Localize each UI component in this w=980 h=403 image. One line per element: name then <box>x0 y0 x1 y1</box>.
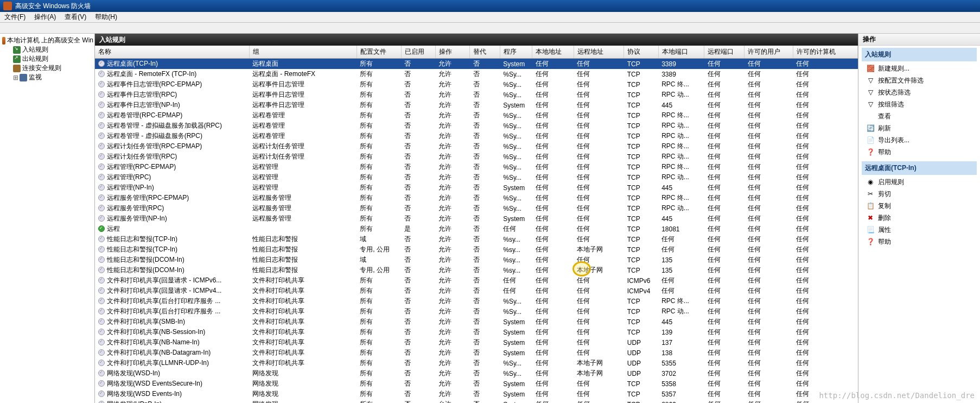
cell-enabled: 否 <box>401 389 435 399</box>
table-row[interactable]: 性能日志和警报(DCOM-In)性能日志和警报专用, 公用否允许否%sy...任… <box>95 265 858 275</box>
table-row[interactable]: 性能日志和警报(DCOM-In)性能日志和警报域否允许否%sy...任何任何TC… <box>95 255 858 265</box>
table-row[interactable]: 文件和打印机共享(NB-Datagram-In)文件和打印机共享所有否允许否Sy… <box>95 348 858 358</box>
col-name[interactable]: 名称 <box>95 46 249 59</box>
col-laddr[interactable]: 本地地址 <box>532 46 574 59</box>
cell-proto: ICMPv4 <box>624 286 658 296</box>
action-cut[interactable]: ✂剪切 <box>862 188 977 200</box>
table-row[interactable]: 远程事件日志管理(RPC)远程事件日志管理所有否允许否%Sy...任何任何TCP… <box>95 90 858 100</box>
table-row[interactable]: 文件和打印机共享(回显请求 - ICMPv6...文件和打印机共享所有否允许否任… <box>95 275 858 286</box>
col-lport[interactable]: 本地端口 <box>658 46 704 59</box>
cell-profile: 所有 <box>357 193 401 203</box>
action-copy[interactable]: 📋复制 <box>862 200 977 212</box>
col-enabled[interactable]: 已启用 <box>401 46 435 59</box>
cell-raddr: 任何 <box>574 79 623 90</box>
col-group[interactable]: 组 <box>249 46 357 59</box>
table-row[interactable]: 性能日志和警报(TCP-In)性能日志和警报专用, 公用否允许否%sy...任何… <box>95 244 858 255</box>
cell-raddr: 任何 <box>574 337 623 348</box>
refresh-icon: 🔄 <box>866 124 875 133</box>
table-row[interactable]: 远程事件日志管理(RPC-EPMAP)远程事件日志管理所有否允许否%Sy...任… <box>95 79 858 90</box>
table-row[interactable]: 远程卷管理(RPC-EPMAP)远程卷管理所有否允许否%Sy...任何任何TCP… <box>95 110 858 121</box>
table-row[interactable]: 网络发现(WSD EventsSecure-In)网络发现所有否允许否Syste… <box>95 379 858 389</box>
rule-status-icon <box>98 225 105 232</box>
col-comp[interactable]: 许可的计算机 <box>793 46 857 59</box>
action-refresh[interactable]: 🔄刷新 <box>862 122 977 134</box>
table-row[interactable]: 网络发现(WSD-In)网络发现所有否允许否%Sy...任何本地子网UDP370… <box>95 368 858 379</box>
table-row[interactable]: 远程管理(RPC)远程管理所有否允许否%Sy...任何任何TCPRPC 动...… <box>95 172 858 182</box>
table-row[interactable]: 文件和打印机共享(SMB-In)文件和打印机共享所有否允许否System任何任何… <box>95 317 858 327</box>
cell-proto: TCP <box>624 100 658 110</box>
action-delete[interactable]: ✖删除 <box>862 212 977 224</box>
nav-root[interactable]: 本地计算机 上的高级安全 Win <box>1 36 93 45</box>
table-row[interactable]: 网络发现(WSD Events-In)网络发现所有否允许否System任何任何T… <box>95 389 858 399</box>
nav-security-label: 连接安全规则 <box>22 64 61 73</box>
cell-proto: TCP <box>624 172 658 182</box>
table-row[interactable]: 远程卷管理 - 虚拟磁盘服务(RPC)远程卷管理所有否允许否%Sy...任何任何… <box>95 131 858 141</box>
table-row[interactable]: 网络发现(UPnP-In)网络发现所有否允许否System任何任何TCP2869… <box>95 399 858 403</box>
nav-monitor[interactable]: ⊞ 监视 <box>1 73 93 82</box>
table-row[interactable]: 远程桌面(TCP-In)远程桌面所有否允许否System任何任何TCP3389任… <box>95 59 858 70</box>
cell-action: 允许 <box>435 110 469 121</box>
col-action[interactable]: 操作 <box>435 46 469 59</box>
action-view[interactable]: 查看 <box>862 110 977 122</box>
cell-laddr: 任何 <box>532 131 574 141</box>
menu-help[interactable]: 帮助(H) <box>91 12 122 22</box>
rule-status-icon <box>98 370 105 376</box>
action-properties[interactable]: 📃属性 <box>862 224 977 236</box>
table-row[interactable]: 远程服务管理(RPC)远程服务管理所有否允许否%Sy...任何任何TCPRPC … <box>95 203 858 213</box>
menu-file[interactable]: 文件(F) <box>0 12 30 22</box>
rule-status-icon <box>98 277 105 284</box>
cell-group: 性能日志和警报 <box>249 244 357 255</box>
table-row[interactable]: 文件和打印机共享(NB-Name-In)文件和打印机共享所有否允许否System… <box>95 337 858 348</box>
nav-security[interactable]: 连接安全规则 <box>1 64 93 73</box>
cell-proto: TCP <box>624 193 658 203</box>
cell-group: 远程服务管理 <box>249 213 357 224</box>
table-row[interactable]: 文件和打印机共享(后台打印程序服务 ...文件和打印机共享所有否允许否%Sy..… <box>95 306 858 317</box>
table-row[interactable]: 文件和打印机共享(LLMNR-UDP-In)文件和打印机共享所有否允许否%Sy.… <box>95 358 858 368</box>
rules-grid-wrap[interactable]: 名称 组 配置文件 已启用 操作 替代 程序 本地地址 远程地址 协议 本地端口… <box>95 46 858 403</box>
action-help2[interactable]: ❓帮助 <box>862 236 977 248</box>
action-filter-profile[interactable]: ▽按配置文件筛选 <box>862 74 977 86</box>
menu-view[interactable]: 查看(V) <box>60 12 91 22</box>
cell-raddr: 任何 <box>574 121 623 131</box>
col-override[interactable]: 替代 <box>470 46 500 59</box>
table-row[interactable]: 远程事件日志管理(NP-In)远程事件日志管理所有否允许否System任何任何T… <box>95 100 858 110</box>
cell-name: 性能日志和警报(TCP-In) <box>95 234 249 244</box>
col-profile[interactable]: 配置文件 <box>357 46 401 59</box>
nav-outbound[interactable]: 出站规则 <box>1 54 93 64</box>
table-row[interactable]: 文件和打印机共享(回显请求 - ICMPv4...文件和打印机共享所有否允许否任… <box>95 286 858 296</box>
col-rport[interactable]: 远程端口 <box>704 46 744 59</box>
action-export[interactable]: 📄导出列表... <box>862 134 977 146</box>
table-row[interactable]: 远程计划任务管理(RPC-EPMAP)远程计划任务管理所有否允许否%Sy...任… <box>95 141 858 152</box>
cell-laddr: 任何 <box>532 358 574 368</box>
table-row[interactable]: 远程桌面 - RemoteFX (TCP-In)远程桌面 - RemoteFX所… <box>95 69 858 79</box>
nav-inbound[interactable]: 入站规则 <box>1 45 93 54</box>
menu-action[interactable]: 操作(A) <box>30 12 60 22</box>
col-raddr[interactable]: 远程地址 <box>574 46 623 59</box>
table-row[interactable]: 文件和打印机共享(后台打印程序服务 ...文件和打印机共享所有否允许否%Sy..… <box>95 296 858 306</box>
action-new-rule[interactable]: 🧱新建规则... <box>862 62 977 74</box>
table-row[interactable]: 远程服务管理(RPC-EPMAP)远程服务管理所有否允许否%Sy...任何任何T… <box>95 193 858 203</box>
cell-enabled: 否 <box>401 203 435 213</box>
table-row[interactable]: 性能日志和警报(TCP-In)性能日志和警报域否允许否%sy...任何任何TCP… <box>95 234 858 244</box>
action-filter-group[interactable]: ▽按组筛选 <box>862 98 977 110</box>
cell-comp: 任何 <box>793 90 857 100</box>
action-enable-rule[interactable]: ◉启用规则 <box>862 176 977 188</box>
cell-laddr: 任何 <box>532 152 574 162</box>
col-proto[interactable]: 协议 <box>624 46 658 59</box>
action-filter-state[interactable]: ▽按状态筛选 <box>862 86 977 98</box>
expand-icon[interactable]: ⊞ <box>13 74 18 81</box>
cell-raddr: 任何 <box>574 193 623 203</box>
action-help[interactable]: ❓帮助 <box>862 146 977 158</box>
table-row[interactable]: 远程管理(NP-In)远程管理所有否允许否System任何任何TCP445任何任… <box>95 182 858 193</box>
table-row[interactable]: 文件和打印机共享(NB-Session-In)文件和打印机共享所有否允许否Sys… <box>95 327 858 337</box>
col-program[interactable]: 程序 <box>500 46 532 59</box>
cell-user: 任何 <box>744 193 793 203</box>
table-row[interactable]: 远程所有是允许否任何任何任何TCP18081任何任何任何 <box>95 224 858 234</box>
nav-outbound-label: 出站规则 <box>22 54 48 64</box>
cell-user: 任何 <box>744 59 793 70</box>
col-user[interactable]: 许可的用户 <box>744 46 793 59</box>
table-row[interactable]: 远程管理(RPC-EPMAP)远程管理所有否允许否%Sy...任何任何TCPRP… <box>95 162 858 172</box>
table-row[interactable]: 远程服务管理(NP-In)远程服务管理所有否允许否System任何任何TCP44… <box>95 213 858 224</box>
table-row[interactable]: 远程计划任务管理(RPC)远程计划任务管理所有否允许否%Sy...任何任何TCP… <box>95 152 858 162</box>
table-row[interactable]: 远程卷管理 - 虚拟磁盘服务加载器(RPC)远程卷管理所有否允许否%Sy...任… <box>95 121 858 131</box>
